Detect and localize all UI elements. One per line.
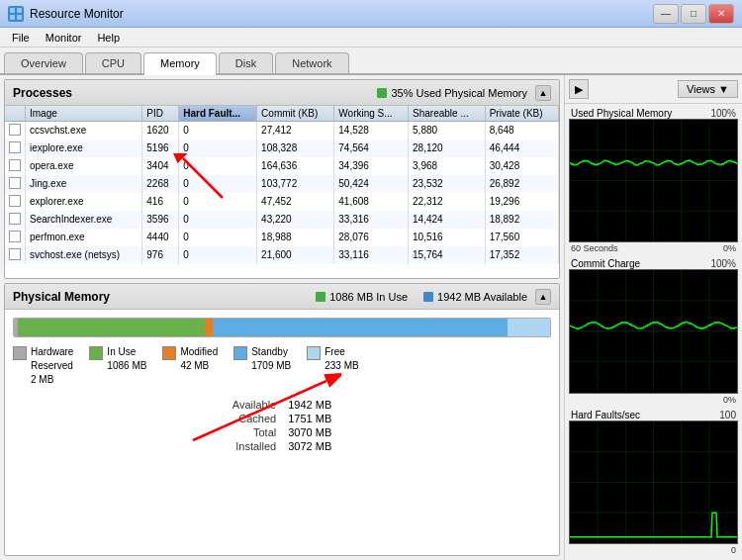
row-hardfault: 0 — [179, 140, 257, 157]
legend-color-standby — [233, 346, 247, 360]
inuse-indicator — [316, 292, 325, 302]
tab-memory[interactable]: Memory — [143, 52, 217, 75]
chart-header-1: Used Physical Memory 100% — [569, 108, 738, 119]
window-controls: — □ ✕ — [653, 4, 734, 24]
tab-network[interactable]: Network — [275, 52, 348, 73]
row-shareable: 22,312 — [409, 193, 486, 211]
tab-overview[interactable]: Overview — [4, 52, 83, 73]
col-pid[interactable]: PID — [142, 106, 179, 122]
chart-label-3: Hard Faults/sec — [571, 410, 640, 420]
row-checkbox[interactable] — [5, 193, 26, 211]
legend-text-modified: Modified42 MB — [180, 345, 218, 373]
row-checkbox[interactable] — [5, 229, 26, 246]
row-image: perfmon.exe — [26, 229, 142, 246]
expand-button[interactable]: ▶ — [569, 79, 589, 99]
row-private: 46,444 — [485, 140, 558, 157]
row-hardfault: 0 — [179, 229, 257, 246]
views-button[interactable]: Views ▼ — [678, 80, 738, 98]
stat-label-available: Available — [232, 399, 276, 411]
app-icon — [8, 6, 24, 22]
col-shareable[interactable]: Shareable ... — [409, 106, 486, 122]
row-pid: 4440 — [142, 229, 179, 246]
close-button[interactable]: ✕ — [708, 4, 734, 24]
col-hardfault[interactable]: Hard Fault... — [179, 106, 257, 122]
menu-help[interactable]: Help — [89, 30, 128, 46]
chart-label-1: Used Physical Memory — [571, 108, 672, 119]
green-indicator — [377, 88, 387, 98]
col-working[interactable]: Working S... — [334, 106, 409, 122]
minimize-button[interactable]: — — [653, 4, 679, 24]
chart-zero-1: 0% — [723, 243, 736, 253]
stat-label-total: Total — [232, 426, 276, 438]
row-shareable: 28,120 — [409, 140, 486, 157]
table-row[interactable]: SearchIndexer.exe 3596 0 43,220 33,316 1… — [5, 211, 559, 229]
row-private: 8,648 — [485, 122, 558, 140]
legend-standby: Standby1709 MB — [233, 345, 291, 387]
row-hardfault: 0 — [179, 211, 257, 229]
row-pid: 1620 — [142, 122, 179, 140]
chart-canvas-3 — [570, 421, 737, 543]
row-shareable: 15,764 — [409, 246, 486, 264]
table-row[interactable]: svchost.exe (netsys) 976 0 21,600 33,116… — [5, 246, 559, 264]
row-checkbox[interactable] — [5, 122, 26, 140]
col-commit[interactable]: Commit (KB) — [257, 106, 334, 122]
row-checkbox[interactable] — [5, 157, 26, 175]
legend-text-free: Free233 MB — [325, 345, 358, 373]
row-commit: 27,412 — [257, 122, 334, 140]
processes-section: Processes 35% Used Physical Memory ▲ — [4, 79, 560, 279]
row-hardfault: 0 — [179, 246, 257, 264]
tab-cpu[interactable]: CPU — [85, 52, 141, 73]
table-row[interactable]: Jing.exe 2268 0 103,772 50,424 23,532 26… — [5, 175, 559, 193]
chart-zero-2: 0% — [723, 395, 736, 405]
row-checkbox[interactable] — [5, 140, 26, 157]
row-shareable: 23,532 — [409, 175, 486, 193]
stat-value-cached: 1751 MB — [288, 413, 331, 424]
available-label: 1942 MB Available — [437, 291, 527, 303]
stat-label-installed: Installed — [232, 440, 276, 452]
col-image[interactable]: Image — [26, 106, 142, 122]
row-image: SearchIndexer.exe — [26, 211, 142, 229]
maximize-button[interactable]: □ — [681, 4, 706, 24]
table-row[interactable]: perfmon.exe 4440 0 18,988 28,076 10,516 … — [5, 229, 559, 246]
process-table: Image PID Hard Fault... Commit (KB) Work… — [5, 106, 559, 264]
table-row[interactable]: ccsvchst.exe 1620 0 27,412 14,528 5,880 … — [5, 122, 559, 140]
menu-file[interactable]: File — [4, 30, 38, 46]
table-row[interactable]: opera.exe 3404 0 164,636 34,396 3,968 30… — [5, 157, 559, 175]
stat-label-cached: Cached — [232, 413, 276, 424]
row-working: 74,564 — [334, 140, 409, 157]
row-pid: 5196 — [142, 140, 179, 157]
row-checkbox[interactable] — [5, 175, 26, 193]
chart-area-3 — [569, 420, 738, 544]
memory-title: Physical Memory — [13, 290, 308, 304]
row-commit: 21,600 — [257, 246, 334, 264]
stat-value-available: 1942 MB — [288, 399, 331, 411]
svg-rect-0 — [10, 8, 15, 13]
row-private: 26,892 — [485, 175, 558, 193]
row-private: 17,560 — [485, 229, 558, 246]
tab-disk[interactable]: Disk — [219, 52, 273, 73]
bar-modified — [205, 319, 213, 336]
table-row[interactable]: iexplore.exe 5196 0 108,328 74,564 28,12… — [5, 140, 559, 157]
row-checkbox[interactable] — [5, 246, 26, 264]
row-image: ccsvchst.exe — [26, 122, 142, 140]
memory-section: Physical Memory 1086 MB In Use 1942 MB A… — [4, 283, 560, 556]
chart-pct-2: 100% — [710, 258, 736, 269]
legend-color-free — [307, 346, 321, 360]
row-private: 19,296 — [485, 193, 558, 211]
legend-modified: Modified42 MB — [162, 345, 218, 387]
row-checkbox[interactable] — [5, 211, 26, 229]
row-pid: 3596 — [142, 211, 179, 229]
legend-text-reserved: HardwareReserved2 MB — [31, 345, 73, 387]
right-panel: ▶ Views ▼ Used Physical Memory 100% 60 S… — [564, 75, 742, 560]
svg-rect-2 — [10, 15, 15, 20]
table-row[interactable]: explorer.exe 416 0 47,452 41,608 22,312 … — [5, 193, 559, 211]
row-working: 33,116 — [334, 246, 409, 264]
memory-collapse[interactable]: ▲ — [535, 289, 551, 305]
chart-footer-2: 0% — [569, 394, 738, 406]
chart-pct-3: 100 — [719, 410, 736, 420]
chart-area-1 — [569, 119, 738, 242]
processes-collapse[interactable]: ▲ — [535, 85, 551, 101]
menu-monitor[interactable]: Monitor — [38, 30, 90, 46]
row-pid: 976 — [142, 246, 179, 264]
col-private[interactable]: Private (KB) — [485, 106, 558, 122]
